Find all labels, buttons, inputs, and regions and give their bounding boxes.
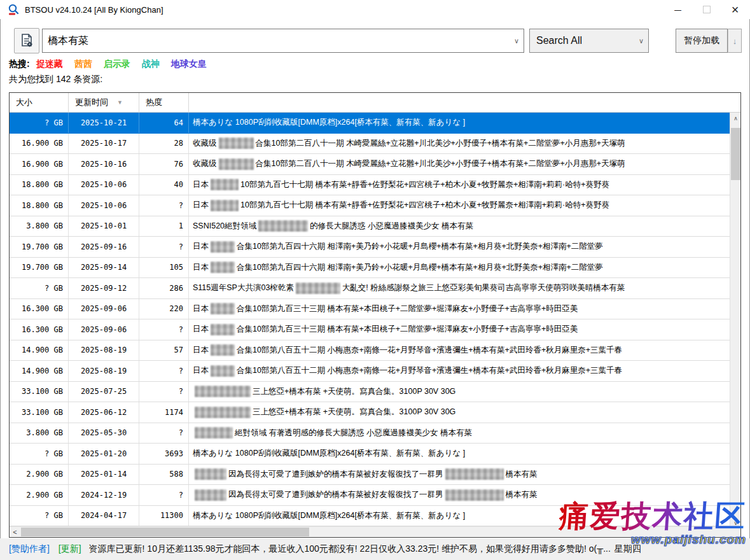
censored-blur xyxy=(211,324,235,335)
vertical-scrollbar[interactable]: ∧ ∨ xyxy=(730,113,740,526)
hot-search-link-4[interactable]: 地球女皇 xyxy=(171,59,207,69)
table-row[interactable]: 3.800 GB2025-05-30?絕對領域 有著透明感的修長大腿誘惑 小惡魔… xyxy=(10,423,740,444)
sponsor-author-link[interactable]: [赞助作者] xyxy=(9,543,50,555)
column-header-date[interactable]: 更新时间 ▼ xyxy=(69,93,139,112)
content-text: 日本 xyxy=(193,365,209,376)
content-text: 橋本ありな 1080P刮削收藏版[DMM原档]x264[桥本有菜、新有菜、新あり… xyxy=(193,448,465,459)
hot-search-link-3[interactable]: 战神 xyxy=(142,59,160,69)
engine-selected-value: Search All xyxy=(530,35,634,46)
table-row[interactable]: 18.800 GB2025-10-0640日本10部第九百七十七期 橋本有菜+靜… xyxy=(10,175,740,196)
table-row[interactable]: 16.900 GB2025-10-1728收藏级合集10部第二百八十一期 木崎愛… xyxy=(10,134,740,155)
download-arrow-button[interactable]: ↓ xyxy=(728,29,742,53)
censored-blur xyxy=(211,344,235,356)
horizontal-scroll-thumb[interactable] xyxy=(21,528,309,536)
content-text: 大亂交! 粉絲感謝祭之旅三上悠亞彩美旬果葵司吉高寧寧天使萌羽咲美晴橋本有菜 xyxy=(342,283,625,293)
export-settings-button[interactable] xyxy=(14,28,39,53)
content-text: 10部第九百七十七期 橋本有菜+靜香+佐野梨花+四宮桃子+柏木小夏+牧野麗奈+相… xyxy=(240,179,609,190)
content-text: 合集10部第九百三十三期 橋本有菜+本田桃子+二階堂夢+堀澤麻友+小野優子+吉高… xyxy=(237,304,578,314)
result-count: 共为您找到 142 条资源: xyxy=(9,74,102,85)
content-cell: 日本合集10部第八百五十二期 小梅惠奈+南條一花+月野琴音+濱邊彌生+橋本有菜+… xyxy=(189,340,740,361)
table-row[interactable]: 33.100 GB2025-06-121174 三上悠亞+橋本有菜 +天使萌。寫… xyxy=(10,402,740,423)
hot-search-bar: 热搜: 捉迷藏茜茜启示录战神地球女皇 xyxy=(9,57,218,71)
content-text: 因為長得太可愛了遭到嫉妒的橋本有菜被好友報復找了一群男 xyxy=(228,469,443,480)
table-row[interactable]: 19.700 GB2025-09-14105日本合集10部第九百四十六期 相澤南… xyxy=(10,258,740,279)
search-input[interactable] xyxy=(43,35,510,46)
table-row[interactable]: 2.900 GB2025-01-14588 因為長得太可愛了遭到嫉妒的橋本有菜被… xyxy=(10,465,740,486)
content-text: 日本 xyxy=(193,304,209,314)
vertical-scroll-thumb[interactable] xyxy=(731,128,740,180)
close-button[interactable]: × xyxy=(721,0,749,19)
size-cell: 16.300 GB xyxy=(10,299,69,319)
table-row[interactable]: 16.300 GB2025-09-06?日本合集10部第九百三十三期 橋本有菜+… xyxy=(10,319,740,340)
table-row[interactable]: 18.800 GB2025-10-06?日本10部第九百七十七期 橋本有菜+靜香… xyxy=(10,195,740,216)
content-text: 合集10部第八百五十二期 小梅惠奈+南條一花+月野琴音+濱邊彌生+橋本有菜+武田… xyxy=(237,365,622,376)
scroll-left-icon[interactable]: < xyxy=(10,527,20,537)
table-row[interactable]: 16.900 GB2025-10-1676收藏级合集10部第二百八十一期 木崎愛… xyxy=(10,154,740,175)
table-row[interactable]: 33.100 GB2025-07-25? 三上悠亞+橋本有菜 +天使萌。寫真合集… xyxy=(10,382,740,403)
censored-blur xyxy=(211,365,235,377)
horizontal-scrollbar[interactable]: < xyxy=(10,526,740,537)
column-header-size[interactable]: 大小 xyxy=(10,93,69,112)
table-row[interactable]: 14.900 GB2025-08-1957日本合集10部第八百五十二期 小梅惠奈… xyxy=(10,340,740,361)
scroll-down-icon[interactable]: ∨ xyxy=(730,517,740,526)
content-cell: 因為長得太可愛了遭到嫉妒的橋本有菜被好友報復找了一群男 橋本有菜 xyxy=(189,485,740,505)
content-cell: 絕對領域 有著透明感的修長大腿誘惑 小惡魔過膝襪美少女 橋本有菜 xyxy=(189,423,740,444)
hot-search-link-2[interactable]: 启示录 xyxy=(104,59,130,69)
minimize-button[interactable]: ─ xyxy=(663,0,692,19)
table-row[interactable]: 3.800 GB2025-10-011SSNI520絕對領域 的修長大腿誘惑 小… xyxy=(10,216,740,237)
content-cell: SSNI520絕對領域 的修長大腿誘惑 小惡魔過膝襪美少女 橋本有菜 xyxy=(189,216,740,237)
content-text: 因為長得太可愛了遭到嫉妒的橋本有菜被好友報復找了一群男 xyxy=(228,489,443,500)
table-row[interactable]: ? GB2024-04-1711300橋本ありな 1080P刮削收藏版[DMM原… xyxy=(10,506,740,527)
hot-search-link-0[interactable]: 捉迷藏 xyxy=(36,59,63,69)
censored-blur xyxy=(219,137,254,149)
size-cell: 3.800 GB xyxy=(10,423,69,444)
status-bar: [赞助作者] [更新] 资源库已更新! 10月还差1135.98元才能回本，最近… xyxy=(0,538,750,560)
date-cell: 2025-06-12 xyxy=(69,402,139,423)
hot-search-link-1[interactable]: 茜茜 xyxy=(74,59,92,69)
content-cell: 日本合集10部第九百四十六期 相澤南+美乃鈴+小花暖+月島櫻+橋本有菜+相月葵+… xyxy=(189,237,740,257)
content-text: 合集10部第八百五十二期 小梅惠奈+南條一花+月野琴音+濱邊彌生+橋本有菜+武田… xyxy=(237,345,622,356)
size-cell: 3.800 GB xyxy=(10,216,69,237)
date-cell: 2025-09-06 xyxy=(69,319,139,340)
date-cell: 2025-10-16 xyxy=(69,154,139,174)
content-cell: 因為長得太可愛了遭到嫉妒的橋本有菜被好友報復找了一群男 橋本有菜 xyxy=(189,465,740,485)
content-text: 日本 xyxy=(193,262,209,273)
censored-blur xyxy=(195,407,251,418)
table-row[interactable]: 16.300 GB2025-09-06220日本合集10部第九百三十三期 橋本有… xyxy=(10,299,740,320)
content-text: 日本 xyxy=(193,241,209,252)
censored-blur xyxy=(195,489,226,501)
content-cell: 日本合集10部第九百三十三期 橋本有菜+本田桃子+二階堂夢+堀澤麻友+小野優子+… xyxy=(189,299,740,319)
date-cell: 2025-09-12 xyxy=(69,278,139,298)
pause-loading-button[interactable]: 暂停加载 xyxy=(676,29,728,53)
column-header-content[interactable] xyxy=(189,93,740,112)
date-cell: 2025-01-20 xyxy=(69,444,139,464)
table-row[interactable]: 14.900 GB2025-08-19?日本合集10部第八百五十二期 小梅惠奈+… xyxy=(10,361,740,382)
table-row[interactable]: ? GB2025-10-2164橋本ありな 1080P刮削收藏版[DMM原档]x… xyxy=(10,113,740,134)
table-row[interactable]: ? GB2025-01-203693橋本ありな 1080P刮削收藏版[DMM原档… xyxy=(10,444,740,465)
content-text: SSNI520絕對領域 xyxy=(193,221,256,232)
column-header-heat[interactable]: 热度 xyxy=(139,93,189,112)
content-cell: 日本合集10部第九百四十六期 相澤南+美乃鈴+小花暖+月島櫻+橋本有菜+相月葵+… xyxy=(189,258,740,278)
heat-cell: 64 xyxy=(139,113,189,133)
content-cell: 日本合集10部第八百五十二期 小梅惠奈+南條一花+月野琴音+濱邊彌生+橋本有菜+… xyxy=(189,361,740,381)
censored-blur xyxy=(211,241,235,253)
engine-select[interactable]: Search All ∨ xyxy=(529,29,649,53)
content-text: 絕對領域 有著透明感的修長大腿誘惑 小惡魔過膝襪美少女 橋本有菜 xyxy=(235,428,472,438)
maximize-button[interactable] xyxy=(692,0,721,19)
table-row[interactable]: 19.700 GB2025-09-16?日本合集10部第九百四十六期 相澤南+美… xyxy=(10,237,740,258)
heat-cell: 11300 xyxy=(139,506,189,526)
content-text: 日本 xyxy=(193,324,209,335)
table-row[interactable]: 2.900 GB2024-12-19? 因為長得太可愛了遭到嫉妒的橋本有菜被好友… xyxy=(10,485,740,506)
date-cell: 2025-07-25 xyxy=(69,382,139,402)
content-cell: 日本10部第九百七十七期 橋本有菜+靜香+佐野梨花+四宮桃子+柏木小夏+牧野麗奈… xyxy=(189,175,740,195)
table-row[interactable]: ? GB2025-09-12286S115週年SP大共演03榨乾素 大亂交! 粉… xyxy=(10,278,740,299)
content-text: 日本 xyxy=(193,345,209,356)
update-link[interactable]: [更新] xyxy=(59,543,81,555)
content-text: 合集10部第九百三十三期 橋本有菜+本田桃子+二階堂夢+堀澤麻友+小野優子+吉高… xyxy=(237,324,578,335)
content-cell: 收藏级合集10部第二百八十一期 木崎愛麗絲+立花雛+川北美沙+小野優子+橋本有菜… xyxy=(189,134,740,154)
censored-blur xyxy=(219,158,254,170)
heat-cell: 40 xyxy=(139,175,189,195)
scroll-up-icon[interactable]: ∧ xyxy=(730,113,740,123)
size-cell: 19.700 GB xyxy=(10,237,69,257)
search-dropdown-arrow-icon[interactable]: ∨ xyxy=(510,37,524,45)
